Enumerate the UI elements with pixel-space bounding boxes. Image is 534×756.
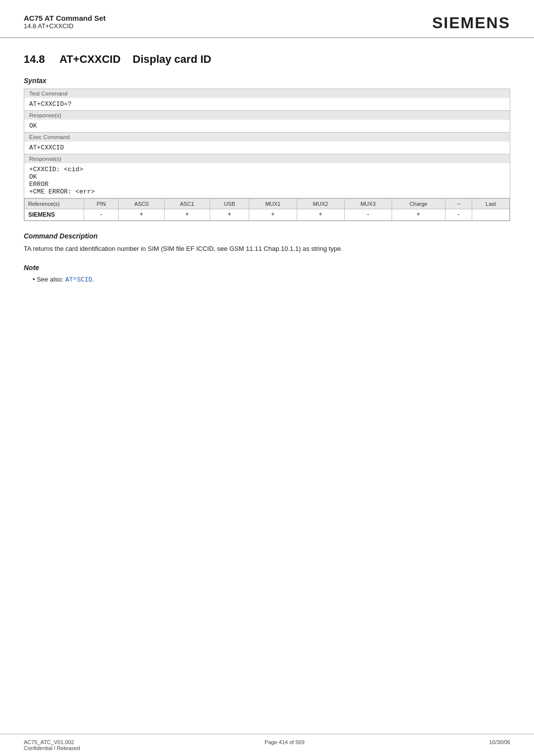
footer-date: 10/30/06: [489, 739, 510, 751]
exec-response-section: Response(s) +CXXCID: <cid> OK ERROR +CME…: [24, 154, 510, 198]
ref-row-mux3: -: [344, 209, 392, 221]
siemens-logo: SIEMENS: [432, 14, 510, 32]
test-response-section: Response(s) OK: [24, 111, 510, 133]
command-box: Test Command AT+CXXCID=? Response(s) OK …: [24, 89, 510, 221]
ref-header-mux1: MUX1: [249, 199, 297, 209]
exec-response-line-1: +CXXCID: <cid>: [29, 166, 505, 173]
ref-row-mux2: +: [297, 209, 344, 221]
exec-response-value: +CXXCID: <cid> OK ERROR +CME ERROR: <err…: [24, 163, 510, 198]
note-list: See also: AT^SCID.: [24, 276, 510, 284]
ref-row-arrow: -: [445, 209, 472, 221]
ref-row-last: [472, 209, 510, 221]
header-title: AC75 AT Command Set: [24, 14, 106, 22]
ref-row-usb: +: [210, 209, 249, 221]
command-description-label: Command Description: [24, 232, 510, 240]
note-link-atscid[interactable]: AT^SCID: [65, 276, 92, 284]
section-heading: 14.8 AT+CXXCID Display card ID: [24, 53, 510, 66]
header-subtitle: 14.8 AT+CXXCID: [24, 22, 106, 30]
reference-section: Reference(s) PIN ASC0 ASC1 USB MUX1 MUX2…: [24, 198, 510, 221]
table-row: SIEMENS - + + + + + - + -: [25, 209, 510, 221]
ref-row-asc0: +: [119, 209, 164, 221]
ref-header-usb: USB: [210, 199, 249, 209]
ref-header-mux3: MUX3: [344, 199, 392, 209]
footer-doc-id: AC75_ATC_V01.002: [24, 739, 80, 745]
ref-row-asc1: +: [164, 209, 210, 221]
ref-header-asc1: ASC1: [164, 199, 210, 209]
ref-row-mux1: +: [249, 209, 297, 221]
section-description: Display card ID: [133, 53, 211, 65]
main-content: 14.8 AT+CXXCID Display card ID Syntax Te…: [0, 38, 534, 313]
section-number: 14.8: [24, 53, 45, 65]
ref-row-pin: -: [84, 209, 119, 221]
ref-header-asc0: ASC0: [119, 199, 164, 209]
exec-response-line-4: +CME ERROR: <err>: [29, 188, 505, 195]
exec-response-line-3: ERROR: [29, 181, 505, 188]
exec-command-label: Exec Command: [24, 133, 510, 142]
exec-command-value: AT+CXXCID: [24, 142, 510, 154]
note-label: Note: [24, 264, 510, 272]
ref-header-references: Reference(s): [25, 199, 84, 209]
command-description-text: TA returns the card identification numbe…: [24, 244, 510, 254]
exec-response-label: Response(s): [24, 154, 510, 163]
test-command-section: Test Command AT+CXXCID=?: [24, 89, 510, 111]
exec-response-line-2: OK: [29, 173, 505, 181]
test-response-label: Response(s): [24, 111, 510, 120]
test-command-value: AT+CXXCID=?: [24, 98, 510, 110]
section-command: AT+CXXCID: [59, 53, 121, 65]
header-left: AC75 AT Command Set 14.8 AT+CXXCID: [24, 14, 106, 30]
ref-row-name: SIEMENS: [25, 209, 84, 221]
ref-header-mux2: MUX2: [297, 199, 344, 209]
note-prefix: See also:: [37, 276, 65, 283]
ref-header-last: Last: [472, 199, 510, 209]
page-footer: AC75_ATC_V01.002 Confidential / Released…: [0, 734, 534, 756]
note-suffix: .: [92, 276, 94, 283]
ref-header-pin: PIN: [84, 199, 119, 209]
page-header: AC75 AT Command Set 14.8 AT+CXXCID SIEME…: [0, 0, 534, 38]
test-response-value: OK: [24, 120, 510, 132]
footer-page: Page 414 of 569: [265, 739, 305, 751]
syntax-label: Syntax: [24, 77, 510, 85]
footer-confidential: Confidential / Released: [24, 745, 80, 751]
ref-row-charge: +: [392, 209, 445, 221]
list-item: See also: AT^SCID.: [33, 276, 510, 284]
exec-command-section: Exec Command AT+CXXCID: [24, 133, 510, 154]
test-command-label: Test Command: [24, 89, 510, 98]
footer-left: AC75_ATC_V01.002 Confidential / Released: [24, 739, 80, 751]
ref-header-arrow: →: [445, 199, 472, 209]
ref-header-charge: Charge: [392, 199, 445, 209]
